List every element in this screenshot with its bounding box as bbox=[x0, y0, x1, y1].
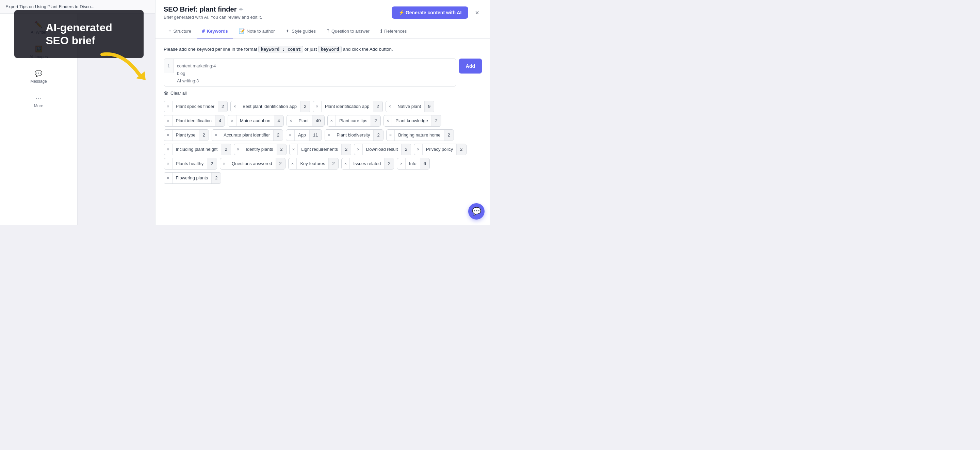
remove-keyword-button[interactable]: × bbox=[228, 115, 237, 126]
keyword-tag: × Identify plants 2 bbox=[234, 144, 286, 155]
tab-structure[interactable]: ≡ Structure bbox=[164, 24, 196, 38]
keyword-count: 2 bbox=[373, 101, 382, 112]
keyword-input[interactable]: content marketing:4 blog AI writing:3 bbox=[173, 59, 455, 86]
keyword-tag: × Plant species finder 2 bbox=[164, 101, 228, 112]
keyword-count: 2 bbox=[371, 115, 380, 126]
keyword-tag: × Including plant height 2 bbox=[164, 144, 231, 155]
keyword-label: Plant identification bbox=[172, 118, 215, 123]
keyword-label: Plant knowledge bbox=[392, 118, 431, 123]
remove-keyword-button[interactable]: × bbox=[286, 130, 295, 140]
references-icon: ℹ bbox=[380, 28, 382, 34]
remove-keyword-button[interactable]: × bbox=[290, 144, 298, 155]
keyword-count: 2 bbox=[341, 144, 351, 155]
remove-keyword-button[interactable]: × bbox=[164, 101, 172, 112]
keyword-label: Plant type bbox=[172, 132, 199, 137]
keyword-count: 2 bbox=[401, 144, 411, 155]
clear-all-row[interactable]: 🗑 Clear all bbox=[164, 91, 482, 96]
keyword-label: Questions answered bbox=[228, 161, 275, 166]
keyword-tag: × Plant 40 bbox=[286, 115, 325, 127]
edit-title-icon[interactable]: ✏ bbox=[239, 7, 243, 12]
keyword-label: Accurate plant identifier bbox=[220, 132, 273, 137]
remove-keyword-button[interactable]: × bbox=[414, 144, 423, 155]
remove-keyword-button[interactable]: × bbox=[164, 158, 172, 169]
chat-bubble[interactable]: 💬 bbox=[468, 203, 485, 220]
keyword-count: 2 bbox=[431, 115, 441, 126]
keyword-tag: × Plant identification app 2 bbox=[313, 101, 383, 112]
keyword-textarea-wrap: 1content marketing:4 blog AI writing:3 bbox=[164, 59, 456, 86]
keyword-tag: × Plants healthy 2 bbox=[164, 158, 217, 169]
remove-keyword-button[interactable]: × bbox=[342, 158, 350, 169]
remove-keyword-button[interactable]: × bbox=[354, 144, 363, 155]
remove-keyword-button[interactable]: × bbox=[313, 101, 321, 112]
tab-keywords[interactable]: # Keywords bbox=[197, 24, 233, 38]
tab-style-guides[interactable]: ✦ Style guides bbox=[281, 24, 321, 38]
main-panel: SEO Brief: plant finder ✏ Brief generate… bbox=[155, 0, 490, 225]
remove-keyword-button[interactable]: × bbox=[231, 101, 239, 112]
remove-keyword-button[interactable]: × bbox=[212, 130, 221, 140]
keyword-label: Plant biodiversity bbox=[333, 132, 373, 137]
panel-header: SEO Brief: plant finder ✏ Brief generate… bbox=[156, 0, 490, 24]
style-icon: ✦ bbox=[285, 28, 290, 34]
keyword-tag: × Issues related 2 bbox=[341, 158, 395, 169]
keyword-count: 2 bbox=[275, 158, 285, 169]
keyword-label: App bbox=[295, 132, 309, 137]
keyword-label: Plant care tips bbox=[336, 118, 371, 123]
panel-title: SEO Brief: plant finder ✏ bbox=[164, 5, 262, 13]
remove-keyword-button[interactable]: × bbox=[234, 144, 243, 155]
panel-title-area: SEO Brief: plant finder ✏ Brief generate… bbox=[164, 5, 262, 20]
remove-keyword-button[interactable]: × bbox=[164, 144, 172, 155]
keyword-label: Bringing nature home bbox=[395, 132, 444, 137]
keyword-tag: × Best plant identification app 2 bbox=[231, 101, 310, 112]
keyword-count: 2 bbox=[277, 144, 286, 155]
keyword-count: 2 bbox=[211, 172, 221, 184]
keyword-count: 2 bbox=[384, 158, 394, 169]
tab-references[interactable]: ℹ References bbox=[375, 24, 411, 38]
dark-overlay-text: AI-generatedSEO brief bbox=[46, 21, 112, 47]
yellow-arrow bbox=[95, 48, 156, 88]
tab-note-author[interactable]: 📝 Note to author bbox=[234, 24, 279, 38]
generate-content-button[interactable]: ⚡ Generate content with AI bbox=[392, 6, 468, 19]
trash-icon: 🗑 bbox=[164, 91, 169, 96]
close-button[interactable]: × bbox=[472, 8, 482, 18]
note-icon: 📝 bbox=[239, 28, 245, 34]
remove-keyword-button[interactable]: × bbox=[328, 115, 336, 126]
keyword-label: Native plant bbox=[394, 104, 424, 109]
remove-keyword-button[interactable]: × bbox=[325, 130, 334, 140]
keyword-tag: × Bringing nature home 2 bbox=[386, 129, 454, 141]
keyword-count: 2 bbox=[221, 144, 231, 155]
keyword-tag: × App 11 bbox=[286, 129, 321, 141]
keyword-count: 6 bbox=[420, 158, 430, 169]
format-code: keyword : count bbox=[258, 46, 303, 53]
remove-keyword-button[interactable]: × bbox=[397, 158, 406, 169]
remove-keyword-button[interactable]: × bbox=[164, 115, 172, 126]
keyword-tag: × Plant identification 4 bbox=[164, 115, 225, 127]
keyword-label: Download result bbox=[363, 147, 401, 152]
remove-keyword-button[interactable]: × bbox=[287, 115, 295, 126]
keyword-tag: × Maine audubon 4 bbox=[228, 115, 283, 127]
keyword-tag: × Download result 2 bbox=[354, 144, 411, 155]
keyword-tag: × Questions answered 2 bbox=[220, 158, 285, 169]
line-number: 1 bbox=[164, 59, 173, 73]
keyword-instruction: Please add one keyword per line in the f… bbox=[164, 46, 482, 53]
keyword-label: Plants healthy bbox=[172, 161, 207, 166]
remove-keyword-button[interactable]: × bbox=[384, 115, 392, 126]
remove-keyword-button[interactable]: × bbox=[220, 158, 229, 169]
keyword-tag: × Key features 2 bbox=[288, 158, 339, 169]
add-keyword-button[interactable]: Add bbox=[459, 59, 482, 73]
remove-keyword-button[interactable]: × bbox=[387, 130, 395, 140]
keyword-label: Plant identification app bbox=[321, 104, 373, 109]
question-icon: ? bbox=[327, 28, 329, 34]
keyword-label: Light requirements bbox=[298, 147, 341, 152]
panel-subtitle: Brief generated with AI. You can review … bbox=[164, 14, 262, 20]
keyword-label: Flowering plants bbox=[172, 175, 212, 180]
remove-keyword-button[interactable]: × bbox=[164, 130, 172, 140]
keyword-label: Including plant height bbox=[172, 147, 221, 152]
remove-keyword-button[interactable]: × bbox=[164, 172, 172, 184]
remove-keyword-button[interactable]: × bbox=[288, 158, 297, 169]
keyword-count: 4 bbox=[274, 115, 283, 126]
tab-question-answer[interactable]: ? Question to answer bbox=[322, 24, 374, 38]
remove-keyword-button[interactable]: × bbox=[386, 101, 395, 112]
keywords-icon: # bbox=[202, 28, 205, 34]
keyword-count: 2 bbox=[373, 130, 383, 140]
keyword-label: Maine audubon bbox=[237, 118, 274, 123]
